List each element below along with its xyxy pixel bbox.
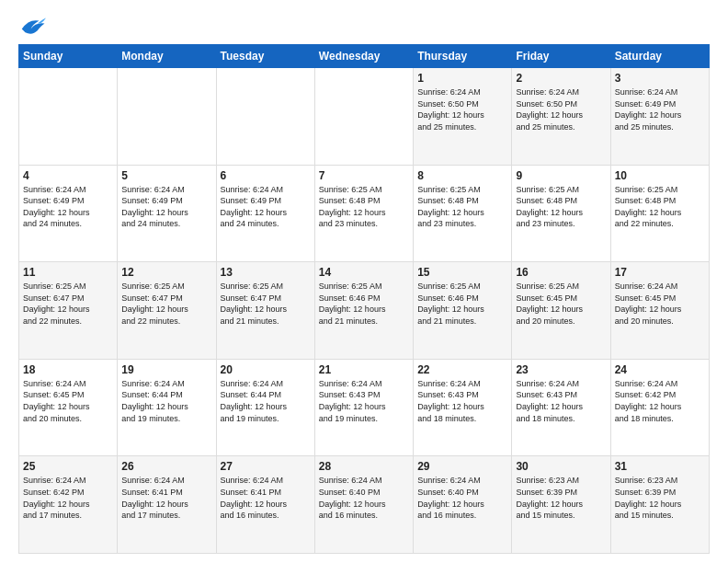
day-info: Sunrise: 6:24 AM Sunset: 6:40 PM Dayligh… [319,475,409,521]
day-info: Sunrise: 6:24 AM Sunset: 6:49 PM Dayligh… [615,86,705,132]
calendar-week-row: 18Sunrise: 6:24 AM Sunset: 6:45 PM Dayli… [19,359,710,456]
calendar-cell [118,68,216,166]
day-number: 14 [319,266,409,279]
calendar-week-row: 25Sunrise: 6:24 AM Sunset: 6:42 PM Dayli… [19,456,710,554]
day-info: Sunrise: 6:24 AM Sunset: 6:49 PM Dayligh… [23,184,113,230]
calendar-header-wednesday: Wednesday [314,45,413,68]
header [18,15,710,35]
day-info: Sunrise: 6:24 AM Sunset: 6:50 PM Dayligh… [417,86,507,132]
calendar-cell: 22Sunrise: 6:24 AM Sunset: 6:43 PM Dayli… [414,359,512,456]
calendar-cell: 23Sunrise: 6:24 AM Sunset: 6:43 PM Dayli… [512,359,610,456]
calendar-cell: 28Sunrise: 6:24 AM Sunset: 6:40 PM Dayli… [314,456,413,554]
day-info: Sunrise: 6:24 AM Sunset: 6:49 PM Dayligh… [221,184,311,230]
logo-bird-icon [18,15,46,35]
day-number: 26 [121,460,211,473]
calendar-cell: 10Sunrise: 6:25 AM Sunset: 6:48 PM Dayli… [610,165,709,262]
calendar-cell: 16Sunrise: 6:25 AM Sunset: 6:45 PM Dayli… [512,262,610,360]
calendar-cell: 21Sunrise: 6:24 AM Sunset: 6:43 PM Dayli… [314,359,413,456]
day-number: 23 [516,363,606,376]
calendar-cell: 14Sunrise: 6:25 AM Sunset: 6:46 PM Dayli… [314,262,413,360]
calendar-cell: 20Sunrise: 6:24 AM Sunset: 6:44 PM Dayli… [216,359,314,456]
day-number: 31 [615,460,705,473]
calendar-cell: 12Sunrise: 6:25 AM Sunset: 6:47 PM Dayli… [118,262,216,360]
calendar-cell: 4Sunrise: 6:24 AM Sunset: 6:49 PM Daylig… [19,165,118,262]
calendar-cell: 26Sunrise: 6:24 AM Sunset: 6:41 PM Dayli… [118,456,216,554]
calendar-cell: 31Sunrise: 6:23 AM Sunset: 6:39 PM Dayli… [610,456,709,554]
calendar-header-sunday: Sunday [19,45,118,68]
calendar-header-monday: Monday [118,45,216,68]
calendar-cell: 3Sunrise: 6:24 AM Sunset: 6:49 PM Daylig… [610,68,709,166]
calendar-cell: 1Sunrise: 6:24 AM Sunset: 6:50 PM Daylig… [414,68,512,166]
calendar-cell: 13Sunrise: 6:25 AM Sunset: 6:47 PM Dayli… [216,262,314,360]
day-number: 19 [121,363,211,376]
day-number: 5 [121,169,211,182]
day-info: Sunrise: 6:25 AM Sunset: 6:45 PM Dayligh… [516,281,606,327]
calendar-week-row: 1Sunrise: 6:24 AM Sunset: 6:50 PM Daylig… [19,68,710,166]
day-number: 7 [319,169,409,182]
day-info: Sunrise: 6:25 AM Sunset: 6:48 PM Dayligh… [615,184,705,230]
day-number: 8 [417,169,507,182]
day-number: 22 [417,363,507,376]
day-info: Sunrise: 6:23 AM Sunset: 6:39 PM Dayligh… [615,475,705,521]
day-number: 27 [221,460,311,473]
calendar-cell: 6Sunrise: 6:24 AM Sunset: 6:49 PM Daylig… [216,165,314,262]
calendar-cell: 27Sunrise: 6:24 AM Sunset: 6:41 PM Dayli… [216,456,314,554]
calendar-cell: 19Sunrise: 6:24 AM Sunset: 6:44 PM Dayli… [118,359,216,456]
day-number: 24 [615,363,705,376]
day-info: Sunrise: 6:24 AM Sunset: 6:43 PM Dayligh… [417,378,507,424]
calendar-header-row: SundayMondayTuesdayWednesdayThursdayFrid… [19,45,710,68]
calendar-header-tuesday: Tuesday [216,45,314,68]
calendar-cell: 29Sunrise: 6:24 AM Sunset: 6:40 PM Dayli… [414,456,512,554]
calendar-cell: 25Sunrise: 6:24 AM Sunset: 6:42 PM Dayli… [19,456,118,554]
calendar-cell: 24Sunrise: 6:24 AM Sunset: 6:42 PM Dayli… [610,359,709,456]
day-info: Sunrise: 6:25 AM Sunset: 6:48 PM Dayligh… [516,184,606,230]
day-number: 16 [516,266,606,279]
calendar-header-friday: Friday [512,45,610,68]
day-info: Sunrise: 6:24 AM Sunset: 6:44 PM Dayligh… [221,378,311,424]
day-info: Sunrise: 6:24 AM Sunset: 6:41 PM Dayligh… [121,475,211,521]
day-number: 1 [417,72,507,85]
calendar-cell: 2Sunrise: 6:24 AM Sunset: 6:50 PM Daylig… [512,68,610,166]
day-info: Sunrise: 6:24 AM Sunset: 6:41 PM Dayligh… [221,475,311,521]
day-number: 18 [23,363,113,376]
day-info: Sunrise: 6:25 AM Sunset: 6:46 PM Dayligh… [319,281,409,327]
day-number: 12 [121,266,211,279]
calendar-cell: 18Sunrise: 6:24 AM Sunset: 6:45 PM Dayli… [19,359,118,456]
day-info: Sunrise: 6:25 AM Sunset: 6:46 PM Dayligh… [417,281,507,327]
calendar-header-saturday: Saturday [610,45,709,68]
day-info: Sunrise: 6:24 AM Sunset: 6:45 PM Dayligh… [23,378,113,424]
day-number: 25 [23,460,113,473]
day-number: 20 [221,363,311,376]
day-number: 15 [417,266,507,279]
day-info: Sunrise: 6:24 AM Sunset: 6:44 PM Dayligh… [121,378,211,424]
calendar-cell [314,68,413,166]
calendar-cell: 17Sunrise: 6:24 AM Sunset: 6:45 PM Dayli… [610,262,709,360]
day-number: 6 [221,169,311,182]
day-info: Sunrise: 6:23 AM Sunset: 6:39 PM Dayligh… [516,475,606,521]
day-info: Sunrise: 6:24 AM Sunset: 6:42 PM Dayligh… [23,475,113,521]
calendar-week-row: 4Sunrise: 6:24 AM Sunset: 6:49 PM Daylig… [19,165,710,262]
day-number: 13 [221,266,311,279]
day-number: 9 [516,169,606,182]
day-number: 28 [319,460,409,473]
day-info: Sunrise: 6:25 AM Sunset: 6:48 PM Dayligh… [417,184,507,230]
day-number: 11 [23,266,113,279]
logo [18,15,48,35]
day-number: 4 [23,169,113,182]
day-number: 10 [615,169,705,182]
day-info: Sunrise: 6:25 AM Sunset: 6:48 PM Dayligh… [319,184,409,230]
calendar-cell: 30Sunrise: 6:23 AM Sunset: 6:39 PM Dayli… [512,456,610,554]
day-info: Sunrise: 6:25 AM Sunset: 6:47 PM Dayligh… [221,281,311,327]
page: SundayMondayTuesdayWednesdayThursdayFrid… [0,0,728,563]
day-info: Sunrise: 6:24 AM Sunset: 6:40 PM Dayligh… [417,475,507,521]
day-number: 21 [319,363,409,376]
calendar-table: SundayMondayTuesdayWednesdayThursdayFrid… [18,44,710,554]
calendar-cell: 15Sunrise: 6:25 AM Sunset: 6:46 PM Dayli… [414,262,512,360]
calendar-cell [216,68,314,166]
day-number: 17 [615,266,705,279]
day-number: 3 [615,72,705,85]
day-info: Sunrise: 6:24 AM Sunset: 6:42 PM Dayligh… [615,378,705,424]
day-info: Sunrise: 6:25 AM Sunset: 6:47 PM Dayligh… [121,281,211,327]
day-info: Sunrise: 6:24 AM Sunset: 6:43 PM Dayligh… [319,378,409,424]
calendar-cell [19,68,118,166]
